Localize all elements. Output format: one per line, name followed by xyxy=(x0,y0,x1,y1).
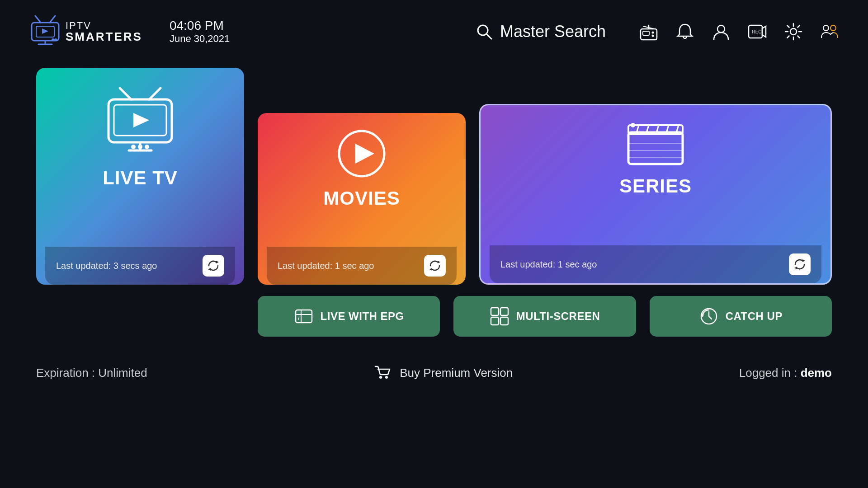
series-card[interactable]: SERIES Last updated: 1 sec ago xyxy=(479,104,832,285)
notifications-button[interactable] xyxy=(674,20,696,43)
catch-up-button[interactable]: CATCH UP xyxy=(650,296,832,337)
logged-in-area: Logged in : demo xyxy=(739,366,832,380)
logo-icon xyxy=(27,14,63,50)
cart-icon xyxy=(373,364,392,382)
record-icon: REC xyxy=(747,22,767,42)
bell-icon xyxy=(675,22,695,42)
series-icon xyxy=(626,119,685,169)
series-refresh-button[interactable] xyxy=(789,253,811,275)
multi-screen-label: MULTI-SCREEN xyxy=(516,310,600,323)
svg-line-11 xyxy=(487,34,491,39)
live-tv-label: LIVE TV xyxy=(103,167,178,189)
svg-marker-20 xyxy=(762,26,766,37)
search-icon xyxy=(475,23,493,41)
bottom-actions-row: i LIVE WITH EPG MULTI-SCREEN CATCH UP xyxy=(258,296,832,337)
live-epg-button[interactable]: i LIVE WITH EPG xyxy=(258,296,440,337)
svg-point-48 xyxy=(631,123,635,127)
logo-area: IPTV SMARTERS xyxy=(27,14,142,50)
multi-screen-button[interactable]: MULTI-SCREEN xyxy=(453,296,636,337)
time-display: 04:06 PM xyxy=(170,19,230,33)
cards-row: LIVE TV Last updated: 3 secs ago xyxy=(36,68,832,285)
footer: Expiration : Unlimited Buy Premium Versi… xyxy=(0,350,868,395)
svg-marker-39 xyxy=(438,261,440,263)
svg-point-15 xyxy=(652,35,654,37)
movies-last-updated: Last updated: 1 sec ago xyxy=(278,261,374,271)
buy-premium-button[interactable]: Buy Premium Version xyxy=(373,364,513,382)
movies-refresh-icon xyxy=(429,259,441,272)
svg-marker-36 xyxy=(208,268,211,271)
search-bar[interactable]: Master Search xyxy=(475,22,606,41)
svg-point-65 xyxy=(385,376,388,379)
svg-marker-40 xyxy=(429,268,432,271)
svg-point-32 xyxy=(145,145,149,149)
movies-card[interactable]: MOVIES Last updated: 1 sec ago xyxy=(258,113,466,285)
live-tv-icon xyxy=(99,86,181,158)
live-tv-last-updated: Last updated: 3 secs ago xyxy=(56,261,157,271)
svg-line-1 xyxy=(50,16,55,23)
svg-point-22 xyxy=(790,28,797,35)
multi-screen-icon xyxy=(490,306,509,326)
logo-iptv: IPTV xyxy=(66,21,142,31)
logged-in-text: Logged in : demo xyxy=(739,366,832,380)
date-display: June 30,2021 xyxy=(170,33,230,45)
series-refresh-icon xyxy=(793,258,806,271)
svg-marker-38 xyxy=(355,144,374,164)
live-tv-refresh-button[interactable] xyxy=(203,255,224,277)
svg-rect-13 xyxy=(643,31,649,35)
search-label: Master Search xyxy=(500,22,606,41)
svg-point-14 xyxy=(652,32,654,34)
switch-user-button[interactable] xyxy=(818,20,841,43)
svg-marker-35 xyxy=(216,261,219,263)
movies-refresh-button[interactable] xyxy=(424,255,446,277)
catch-up-icon xyxy=(699,306,719,326)
expiration-text: Expiration : Unlimited xyxy=(36,366,147,380)
svg-text:i: i xyxy=(298,316,299,321)
svg-point-6 xyxy=(54,38,57,41)
nav-icons: REC xyxy=(637,20,841,43)
svg-text:REC: REC xyxy=(752,29,761,34)
svg-point-30 xyxy=(131,145,136,149)
svg-marker-53 xyxy=(794,267,797,269)
movies-footer: Last updated: 1 sec ago xyxy=(267,247,457,285)
live-tv-footer: Last updated: 3 secs ago xyxy=(45,247,235,285)
series-footer: Last updated: 1 sec ago xyxy=(490,245,821,283)
movies-label: MOVIES xyxy=(323,188,400,209)
svg-line-26 xyxy=(149,88,160,99)
live-tv-card-top: LIVE TV xyxy=(99,86,181,189)
live-epg-label: LIVE WITH EPG xyxy=(321,310,404,323)
series-label: SERIES xyxy=(619,175,692,197)
svg-rect-61 xyxy=(500,317,508,325)
svg-marker-29 xyxy=(133,113,149,127)
logo-text: IPTV SMARTERS xyxy=(66,21,142,42)
svg-point-64 xyxy=(379,376,382,379)
catch-up-label: CATCH UP xyxy=(726,310,783,323)
svg-line-25 xyxy=(120,88,131,99)
live-tv-card[interactable]: LIVE TV Last updated: 3 secs ago xyxy=(36,68,244,285)
header: IPTV SMARTERS 04:06 PM June 30,2021 Mast… xyxy=(0,0,868,63)
settings-button[interactable] xyxy=(782,20,805,43)
settings-icon xyxy=(783,22,803,42)
svg-point-24 xyxy=(830,25,836,31)
svg-point-23 xyxy=(823,25,829,31)
buy-premium-text: Buy Premium Version xyxy=(400,366,513,380)
logo-smarters: SMARTERS xyxy=(66,31,142,42)
user-icon xyxy=(711,22,731,42)
svg-point-18 xyxy=(717,25,725,33)
live-epg-icon: i xyxy=(294,306,314,326)
user-button[interactable] xyxy=(710,20,732,43)
svg-point-5 xyxy=(52,38,54,41)
svg-rect-58 xyxy=(491,308,499,315)
movies-card-top: MOVIES xyxy=(323,127,400,209)
radio-icon xyxy=(639,22,659,42)
movies-icon xyxy=(335,127,389,181)
series-last-updated: Last updated: 1 sec ago xyxy=(500,259,597,270)
svg-rect-60 xyxy=(491,317,499,325)
svg-rect-41 xyxy=(628,132,683,164)
refresh-icon xyxy=(207,259,220,272)
radio-button[interactable] xyxy=(637,20,660,43)
record-button[interactable]: REC xyxy=(746,20,769,43)
datetime: 04:06 PM June 30,2021 xyxy=(170,19,230,45)
svg-line-0 xyxy=(35,16,41,23)
svg-marker-52 xyxy=(802,259,805,262)
svg-rect-59 xyxy=(500,308,508,315)
